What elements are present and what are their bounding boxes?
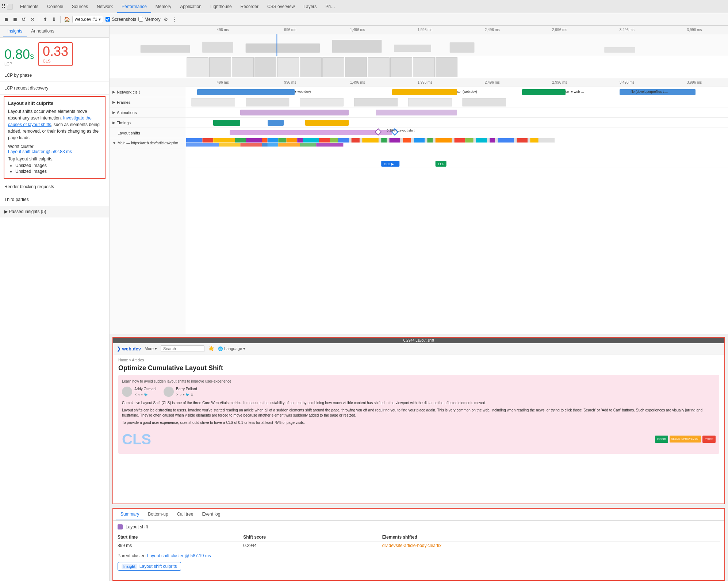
ruler-tick-b1: 996 ms (257, 80, 324, 84)
body-text-3: To provide a good user experience, sites… (122, 420, 716, 425)
timeline-waveform[interactable] (110, 34, 728, 56)
animations-track[interactable] (186, 107, 728, 118)
track-main[interactable]: ▼ Main — https://web.dev/articles/optim… (110, 138, 186, 148)
tab-performance[interactable]: Performance (117, 0, 151, 13)
screenshots-checkbox[interactable]: Screenshots (106, 17, 136, 22)
screenshot-4[interactable] (254, 57, 276, 77)
tab-application[interactable]: Application (176, 0, 206, 13)
culprits-title: Layout shift culprits (8, 100, 101, 106)
screenshot-12[interactable] (436, 57, 457, 77)
author2-avatar (164, 387, 174, 397)
worst-cluster-link[interactable]: Layout shift cluster @ 582.83 ms (8, 149, 72, 154)
svg-rect-47 (476, 138, 487, 143)
layout-shifts-track[interactable]: 0.2944 Layout shift (186, 128, 728, 138)
sidebar-tab-insights[interactable]: Insights (3, 26, 27, 37)
third-parties-insight[interactable]: Third parties (0, 193, 109, 206)
lcp-metric: 0.80s LCP (4, 48, 34, 66)
screenshot-8[interactable] (345, 57, 367, 77)
table-row: 899 ms 0.2944 div.devsite-article-body.c… (118, 542, 720, 550)
screenshot-2[interactable] (209, 57, 231, 77)
frames-track[interactable] (186, 97, 728, 107)
timing-bar-1 (213, 120, 240, 126)
parent-cluster-link[interactable]: Layout shift cluster @ 587.19 ms (147, 553, 211, 558)
settings-button[interactable]: ⚙ (162, 16, 169, 23)
screenshot-6[interactable] (300, 57, 322, 77)
layout-shift-culprits-box: Layout shift culprits Layout shifts occu… (4, 96, 106, 179)
worst-cluster-row: Worst cluster: Layout shift cluster @ 58… (8, 144, 101, 154)
scale-poor: POOR (702, 436, 716, 443)
clear-button[interactable]: ⊘ (29, 16, 36, 23)
track-animations[interactable]: ▶ Animations (110, 107, 186, 118)
ruler-tick-0: 496 ms (189, 28, 257, 32)
stop-button[interactable]: ⏹ (12, 16, 18, 23)
sidebar: Insights Annotations 0.80s LCP 0.33 CLS … (0, 26, 110, 581)
track-layout-shifts[interactable]: Layout shifts (110, 128, 186, 138)
screenshot-5[interactable] (277, 57, 299, 77)
svg-rect-4 (332, 40, 382, 53)
memory-checkbox[interactable]: Memory (138, 17, 160, 22)
main-thread-track[interactable]: DCL ▶ LCP (186, 138, 728, 167)
insight-badge-row[interactable]: Insight Layout shift culprits (118, 562, 181, 571)
scrollable-area: 0.2944 Layout shift ❯ web.dev More ▾ ☀️ … (110, 334, 728, 581)
svg-rect-26 (287, 138, 298, 143)
bottom-tab-eventlog[interactable]: Event log (198, 509, 225, 520)
tab-css-overview[interactable]: CSS overview (263, 0, 299, 13)
record-button[interactable]: ⏺ (3, 16, 9, 23)
tab-console[interactable]: Console (43, 0, 68, 13)
network-bar-2 (392, 89, 457, 95)
screenshot-10[interactable] (390, 57, 412, 77)
screenshot-1[interactable] (187, 57, 208, 77)
timings-track[interactable] (186, 118, 728, 128)
track-timings[interactable]: ▶ Timings (110, 118, 186, 128)
tab-recorder[interactable]: Recorder (236, 0, 263, 13)
web-article-title: Optimize Cumulative Layout Shift (118, 364, 719, 372)
network-label-3: ce- ● web-… (566, 90, 584, 94)
sidebar-tab-annotations[interactable]: Annotations (27, 26, 58, 37)
cell-shift-score: 0.2944 (243, 542, 382, 550)
download-button[interactable]: ⬇ (51, 16, 57, 23)
bottom-tab-calltree[interactable]: Call tree (173, 509, 198, 520)
svg-rect-17 (213, 138, 235, 143)
network-track[interactable]: ● web.dev) ser (web.dev) ce- ● web-… fil… (186, 87, 728, 97)
svg-rect-18 (235, 138, 246, 143)
upload-button[interactable]: ⬆ (42, 16, 49, 23)
tab-sources[interactable]: Sources (68, 0, 92, 13)
ruler-tick-7: 3,996 ms (661, 28, 728, 32)
bottom-tab-summary[interactable]: Summary (116, 509, 143, 520)
track-network[interactable]: ▶ Network cls ( (110, 87, 186, 97)
screenshot-11[interactable] (413, 57, 435, 77)
track-frames[interactable]: ▶ Frames (110, 97, 186, 107)
tab-layers[interactable]: Layers (299, 0, 321, 13)
tab-elements[interactable]: Elements (16, 0, 43, 13)
screenshot-7[interactable] (322, 57, 344, 77)
tab-network[interactable]: Network (92, 0, 117, 13)
bottom-tab-bottomup[interactable]: Bottom-up (143, 509, 172, 520)
svg-rect-2 (202, 42, 233, 53)
more-tools-button[interactable]: ⋮ (171, 16, 178, 23)
svg-rect-5 (394, 45, 431, 52)
lcp-label: LCP (4, 62, 34, 66)
svg-rect-13 (408, 98, 452, 106)
ruler-tick-b7: 3,996 ms (661, 80, 728, 84)
web-search-input[interactable] (161, 345, 204, 352)
main-layout: Insights Annotations 0.80s LCP 0.33 CLS … (0, 26, 728, 581)
svg-rect-45 (455, 138, 465, 143)
screenshot-3[interactable] (232, 57, 254, 77)
flame-labels: ▶ Network cls ( ▶ Frames ▶ Animations ▶ … (110, 87, 186, 334)
lcp-by-phase-insight[interactable]: LCP by phase (0, 69, 109, 82)
web-preview: 0.2944 Layout shift ❯ web.dev More ▾ ☀️ … (112, 337, 725, 504)
ruler-tick-5: 2,996 ms (526, 28, 594, 32)
screenshot-9[interactable] (368, 57, 390, 77)
network-bar-3 (522, 89, 566, 95)
track-main-label: Main — https://web.dev/articles/optim… (118, 141, 182, 145)
lcp-request-discovery-insight[interactable]: LCP request discovery (0, 82, 109, 95)
passed-insights[interactable]: ▶ Passed insights (5) (0, 206, 109, 217)
svg-rect-24 (268, 138, 279, 143)
tab-memory[interactable]: Memory (151, 0, 176, 13)
tab-pri[interactable]: Pri… (321, 0, 340, 13)
web-article-card: Learn how to avoid sudden layout shifts … (118, 375, 719, 454)
tab-lighthouse[interactable]: Lighthouse (206, 0, 236, 13)
home-button[interactable]: 🏠 (64, 16, 70, 23)
render-blocking-insight[interactable]: Render blocking requests (0, 181, 109, 193)
reload-button[interactable]: ↺ (20, 16, 27, 23)
